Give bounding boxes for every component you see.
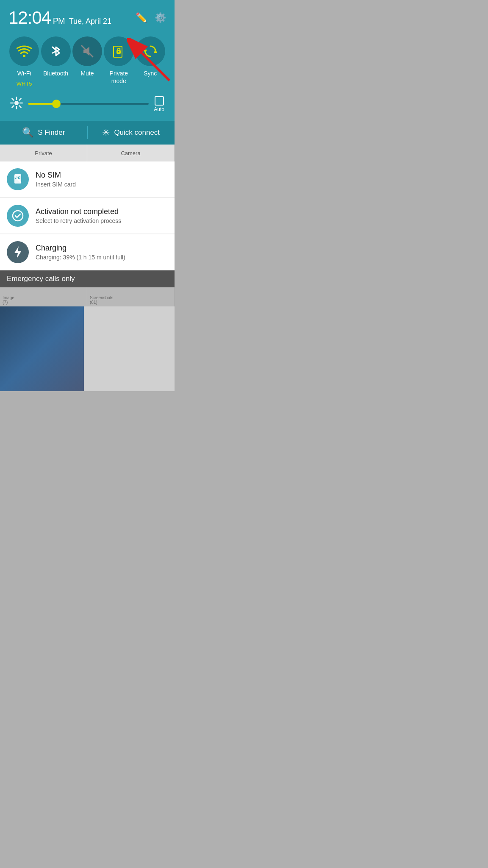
brightness-track xyxy=(28,103,149,105)
svg-line-18 xyxy=(19,98,21,100)
emergency-text: Emergency calls only xyxy=(7,275,75,283)
gallery-peek-row: Image (7) Screenshots (61) xyxy=(0,287,175,306)
activation-icon-circle xyxy=(7,205,29,227)
quick-connect-button[interactable]: ✳ Quick connect xyxy=(88,121,175,145)
edit-icon[interactable]: ✏️ xyxy=(136,12,147,23)
app-peek-row: Private Camera xyxy=(0,145,175,161)
quick-connect-label: Quick connect xyxy=(114,128,160,137)
auto-brightness-label: Auto xyxy=(154,106,164,112)
svg-line-16 xyxy=(12,98,14,100)
toggle-item-private: Private mode xyxy=(104,36,133,87)
status-icons: ✏️ ⚙️ xyxy=(136,12,166,23)
bottom-area: Emergency calls only Image (7) Screensho… xyxy=(0,270,175,391)
svg-point-11 xyxy=(14,101,19,105)
app-peek-camera: Camera xyxy=(87,145,175,161)
charging-icon-circle xyxy=(7,241,29,263)
wifi-toggle-button[interactable] xyxy=(9,36,39,66)
svg-point-6 xyxy=(118,51,119,53)
no-sim-text: No SIM Insert SIM card xyxy=(36,171,168,188)
toggle-item-sync: Sync xyxy=(136,36,165,87)
auto-brightness-button[interactable]: Auto xyxy=(154,96,164,112)
brightness-thumb[interactable] xyxy=(52,100,61,108)
svg-marker-7 xyxy=(154,49,157,53)
brightness-row: Auto xyxy=(8,96,166,121)
sfinder-label: S Finder xyxy=(38,128,65,137)
private-mode-label: Private mode xyxy=(110,70,128,85)
quick-connect-icon: ✳ xyxy=(102,127,110,138)
mute-toggle-button[interactable] xyxy=(72,36,102,66)
svg-marker-28 xyxy=(14,246,21,258)
finder-bar: 🔍 S Finder ✳ Quick connect xyxy=(0,121,175,145)
clock-display: 12:04 PM xyxy=(8,8,65,28)
svg-point-27 xyxy=(13,211,23,221)
bluetooth-toggle-button[interactable] xyxy=(41,36,71,66)
search-icon: 🔍 xyxy=(22,127,33,138)
check-circle-icon xyxy=(11,209,24,222)
no-sim-icon-circle xyxy=(7,168,29,190)
activation-notification[interactable]: Activation not completed Select to retry… xyxy=(0,198,175,234)
gallery-peek-image[interactable]: Image (7) xyxy=(0,287,87,306)
quick-toggles: Wi-Fi WHT5 Bluetooth Mute xyxy=(8,36,166,87)
charging-title: Charging xyxy=(36,244,168,253)
activation-subtitle: Select to retry activation process xyxy=(36,217,168,224)
gallery-peek-screenshots[interactable]: Screenshots (61) xyxy=(87,287,175,306)
gallery-thumbnail[interactable] xyxy=(0,306,84,391)
svg-line-19 xyxy=(12,106,14,107)
emergency-bar: Emergency calls only xyxy=(0,270,175,287)
wifi-network-name: WHT5 xyxy=(17,81,32,87)
mute-label: Mute xyxy=(80,70,94,77)
svg-line-2 xyxy=(82,46,93,57)
svg-line-17 xyxy=(19,106,21,107)
bluetooth-label: Bluetooth xyxy=(43,70,68,77)
wifi-label: Wi-Fi xyxy=(17,70,31,77)
notifications-area: No SIM Insert SIM card Activation not co… xyxy=(0,161,175,270)
sfinder-button[interactable]: 🔍 S Finder xyxy=(0,121,87,145)
svg-point-0 xyxy=(23,55,25,57)
status-bar: 12:04 PM Tue, April 21 ✏️ ⚙️ xyxy=(8,8,166,28)
toggle-item-mute: Mute xyxy=(72,36,102,87)
sync-label: Sync xyxy=(144,70,157,77)
toggle-item-bluetooth: Bluetooth xyxy=(41,36,71,87)
settings-icon[interactable]: ⚙️ xyxy=(155,12,166,23)
no-sim-notification[interactable]: No SIM Insert SIM card xyxy=(0,161,175,198)
charging-subtitle: Charging: 39% (1 h 15 m until full) xyxy=(36,254,168,261)
time-date: 12:04 PM Tue, April 21 xyxy=(8,8,111,28)
svg-marker-8 xyxy=(144,50,147,54)
brightness-slider[interactable] xyxy=(28,103,149,106)
auto-brightness-icon xyxy=(155,96,164,106)
quick-settings-panel: 12:04 PM Tue, April 21 ✏️ ⚙️ xyxy=(0,0,175,121)
no-sim-subtitle: Insert SIM card xyxy=(36,181,168,188)
date-display: Tue, April 21 xyxy=(69,17,111,26)
sync-toggle-button[interactable] xyxy=(136,36,165,66)
activation-title: Activation not completed xyxy=(36,207,168,216)
brightness-fill xyxy=(28,103,55,105)
am-pm: PM xyxy=(51,16,65,25)
lightning-bolt-icon xyxy=(12,245,24,259)
private-mode-toggle-button[interactable] xyxy=(104,36,133,66)
charging-notification[interactable]: Charging Charging: 39% (1 h 15 m until f… xyxy=(0,234,175,270)
charging-text: Charging Charging: 39% (1 h 15 m until f… xyxy=(36,244,168,261)
no-sim-title: No SIM xyxy=(36,171,168,180)
activation-text: Activation not completed Select to retry… xyxy=(36,207,168,224)
app-peek-private: Private xyxy=(0,145,87,161)
sim-card-icon xyxy=(12,173,24,185)
toggle-item-wifi: Wi-Fi WHT5 xyxy=(9,36,39,87)
brightness-icon xyxy=(10,97,23,112)
